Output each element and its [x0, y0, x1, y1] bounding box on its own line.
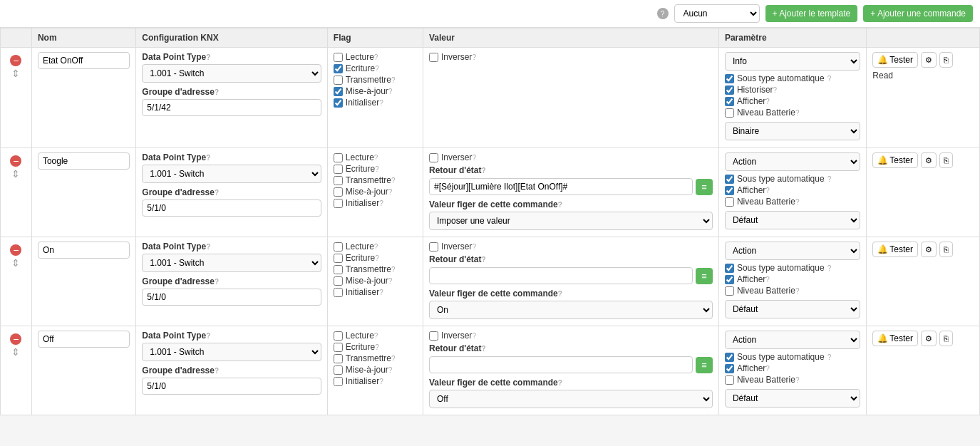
aucun-select[interactable]: Aucun [674, 4, 760, 23]
niveau-batterie-checkbox[interactable] [725, 286, 734, 296]
flag-transmettre-checkbox[interactable] [334, 265, 343, 274]
flag-transmettre-checkbox[interactable] [334, 176, 343, 185]
nom-input[interactable] [38, 152, 130, 170]
gear-button[interactable]: ⚙ [921, 52, 937, 68]
afficher-checkbox[interactable] [725, 275, 734, 284]
tester-button[interactable]: 🔔 Tester [872, 331, 918, 346]
sous-type-auto-row: Sous type automatique ? [725, 263, 860, 273]
valeur-figer-select[interactable]: On [429, 301, 713, 319]
afficher-checkbox[interactable] [725, 97, 734, 106]
sous-type-auto-checkbox[interactable] [725, 264, 734, 273]
sous-type-auto-checkbox[interactable] [725, 74, 734, 83]
gear-button[interactable]: ⚙ [921, 152, 937, 168]
tester-button[interactable]: 🔔 Tester [872, 52, 918, 68]
retour-etat-input[interactable] [429, 267, 693, 284]
flag-initialiser-checkbox[interactable] [334, 98, 343, 108]
dpt-select[interactable]: 1.001 - Switch [142, 165, 321, 183]
copy-button[interactable]: ⎘ [939, 152, 953, 168]
gear-button[interactable]: ⚙ [921, 242, 937, 257]
main-table: Nom Configuration KNX Flag Valeur Paramè… [0, 28, 980, 415]
retour-etat-button[interactable]: ≡ [696, 179, 713, 195]
groupe-adresse-input[interactable] [142, 378, 321, 395]
groupe-adresse-input[interactable] [142, 99, 321, 116]
inverser-checkbox[interactable] [429, 53, 438, 62]
move-icon[interactable]: ⇕ [11, 346, 20, 358]
flag-miseAJour-checkbox[interactable] [334, 365, 343, 375]
flag-lecture-checkbox[interactable] [334, 153, 343, 162]
historiser-checkbox[interactable] [725, 85, 734, 95]
tester-button[interactable]: 🔔 Tester [872, 242, 918, 257]
niveau-batterie-checkbox[interactable] [725, 108, 734, 118]
dpt-select[interactable]: 1.001 - Switch [142, 64, 321, 83]
valeur-figer-select[interactable]: Off [429, 390, 713, 408]
nom-input[interactable] [38, 242, 130, 259]
flag-lecture-checkbox[interactable] [334, 331, 343, 341]
niveau-batterie-checkbox[interactable] [725, 375, 734, 385]
niveau-batterie-checkbox[interactable] [725, 197, 734, 207]
copy-button[interactable]: ⎘ [939, 52, 953, 68]
dpt-select[interactable]: 1.001 - Switch [142, 254, 321, 272]
inverser-checkbox[interactable] [429, 331, 438, 341]
tester-button[interactable]: 🔔 Tester [872, 152, 918, 168]
move-icon[interactable]: ⇕ [11, 257, 20, 269]
flag-lecture-checkbox[interactable] [334, 242, 343, 251]
retour-etat-button[interactable]: ≡ [696, 268, 713, 284]
gear-button[interactable]: ⚙ [921, 331, 937, 346]
copy-button[interactable]: ⎘ [939, 242, 953, 257]
copy-button[interactable]: ⎘ [939, 331, 953, 346]
parametre-select[interactable]: Action [725, 331, 860, 349]
flag-initialiser-checkbox[interactable] [334, 288, 343, 297]
inverser-checkbox[interactable] [429, 242, 438, 251]
retour-etat-button[interactable]: ≡ [696, 357, 713, 373]
defaut-select[interactable]: Défaut [725, 389, 860, 408]
inverser-checkbox[interactable] [429, 153, 438, 162]
niveau-batterie-label: Niveau Batterie? [737, 286, 800, 296]
flag-miseAJour-checkbox[interactable] [334, 276, 343, 286]
afficher-row: Afficher? [725, 274, 860, 284]
parametre-select[interactable]: Action [725, 152, 860, 171]
parametre-select[interactable]: Info [725, 52, 860, 71]
flag-ecriture-checkbox[interactable] [334, 254, 343, 263]
flag-lecture-checkbox[interactable] [334, 53, 343, 62]
add-command-button[interactable]: + Ajouter une commande [863, 5, 973, 22]
flag-ecriture-checkbox[interactable] [334, 64, 343, 73]
remove-row-button[interactable]: − [10, 244, 21, 256]
nom-input[interactable] [38, 52, 130, 69]
groupe-adresse-input[interactable] [142, 199, 321, 217]
action-buttons: 🔔 Tester ⚙ ⎘ [872, 242, 974, 257]
dpt-select[interactable]: 1.001 - Switch [142, 343, 321, 361]
parametre-select[interactable]: Action [725, 242, 860, 260]
binaire-select[interactable]: Binaire [725, 122, 860, 140]
flag-ecriture-checkbox[interactable] [334, 343, 343, 352]
afficher-checkbox[interactable] [725, 364, 734, 373]
defaut-select[interactable]: Défaut [725, 211, 860, 229]
flag-initialiser-checkbox[interactable] [334, 199, 343, 208]
remove-row-button[interactable]: − [10, 55, 21, 66]
retour-etat-input[interactable] [429, 356, 693, 373]
flag-miseAJour-checkbox[interactable] [334, 187, 343, 197]
valeur-figer-label: Valeur figer de cette commande? [429, 378, 713, 388]
add-template-button[interactable]: + Ajouter le template [765, 5, 858, 22]
flag-transmettre-label: Transmettre? [346, 264, 396, 274]
move-icon[interactable]: ⇕ [11, 68, 20, 79]
inverser-label: Inverser? [441, 242, 476, 251]
sous-type-auto-checkbox[interactable] [725, 175, 734, 184]
flag-transmettre-checkbox[interactable] [334, 354, 343, 363]
flag-initialiser-checkbox[interactable] [334, 377, 343, 386]
flag-ecriture-checkbox[interactable] [334, 165, 343, 174]
flag-miseAJour-checkbox[interactable] [334, 87, 343, 96]
remove-row-button[interactable]: − [10, 333, 21, 345]
defaut-select[interactable]: Défaut [725, 300, 860, 318]
flag-transmettre-checkbox[interactable] [334, 76, 343, 85]
sous-type-auto-checkbox[interactable] [725, 353, 734, 362]
nom-input[interactable] [38, 331, 130, 348]
remove-row-button[interactable]: − [10, 155, 21, 167]
action-buttons: 🔔 Tester ⚙ ⎘ [872, 331, 974, 346]
move-icon[interactable]: ⇕ [11, 168, 20, 180]
valeur-figer-select[interactable]: Imposer une valeur [429, 212, 713, 230]
niveau-batterie-label: Niveau Batterie? [737, 197, 800, 207]
groupe-adresse-input[interactable] [142, 289, 321, 306]
afficher-label: Afficher? [737, 96, 770, 106]
afficher-checkbox[interactable] [725, 186, 734, 195]
retour-etat-input[interactable] [429, 178, 693, 195]
